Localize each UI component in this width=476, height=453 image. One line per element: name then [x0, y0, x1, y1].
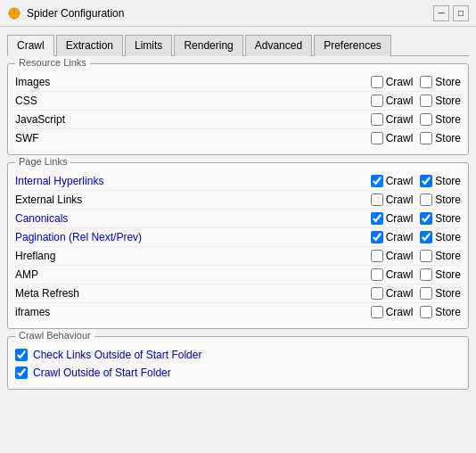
window-title: Spider Configuration	[27, 7, 433, 20]
iframes-crawl-checkbox[interactable]	[371, 306, 383, 318]
tab-crawl[interactable]: Crawl	[7, 35, 54, 56]
store-label: Store	[435, 76, 461, 88]
page-links-content: Internal Hyperlinks Crawl Store External…	[15, 172, 461, 321]
tab-bar: Crawl Extraction Limits Rendering Advanc…	[7, 34, 469, 56]
meta-refresh-crawl-group: Crawl	[371, 287, 414, 300]
pagination-crawl-checkbox[interactable]	[371, 231, 383, 243]
amp-store-checkbox[interactable]	[420, 268, 432, 281]
maximize-button[interactable]: □	[453, 5, 469, 21]
store-label: Store	[435, 287, 461, 300]
store-label: Store	[435, 212, 461, 225]
javascript-crawl-checkbox[interactable]	[371, 113, 383, 126]
table-row: CSS Crawl Store	[15, 92, 461, 111]
swf-store-checkbox[interactable]	[420, 132, 432, 144]
row-label-internal-hyperlinks: Internal Hyperlinks	[15, 175, 364, 187]
row-label-images: Images	[15, 76, 364, 88]
table-row: Hreflang Crawl Store	[15, 247, 461, 266]
store-label: Store	[435, 113, 461, 126]
swf-crawl-checkbox[interactable]	[371, 132, 383, 144]
row-label-hreflang: Hreflang	[15, 250, 364, 262]
tab-preferences[interactable]: Preferences	[314, 35, 391, 56]
table-row: iframes Crawl Store	[15, 303, 461, 321]
iframes-store-checkbox[interactable]	[420, 306, 432, 318]
minimize-button[interactable]: ─	[433, 5, 449, 21]
store-label: Store	[435, 175, 461, 187]
check-links-outside-label[interactable]: Check Links Outside of Start Folder	[33, 349, 201, 361]
store-label: Store	[435, 231, 461, 243]
row-label-external-links: External Links	[15, 194, 364, 206]
tab-extraction[interactable]: Extraction	[56, 35, 123, 56]
css-store-group: Store	[420, 95, 461, 107]
canonicals-crawl-group: Crawl	[371, 212, 414, 225]
tab-advanced[interactable]: Advanced	[245, 35, 312, 56]
store-label: Store	[435, 194, 461, 206]
crawl-label: Crawl	[386, 132, 414, 144]
crawl-label: Crawl	[386, 113, 414, 126]
internal-crawl-group: Crawl	[371, 175, 414, 187]
crawl-outside-checkbox[interactable]	[15, 367, 28, 379]
amp-crawl-checkbox[interactable]	[371, 268, 383, 281]
row-label-css: CSS	[15, 95, 364, 107]
css-crawl-checkbox[interactable]	[371, 95, 383, 107]
row-label-swf: SWF	[15, 132, 364, 144]
internal-hyperlinks-store-checkbox[interactable]	[420, 175, 432, 187]
external-links-store-checkbox[interactable]	[420, 194, 432, 206]
iframes-crawl-group: Crawl	[371, 306, 414, 318]
crawl-label: Crawl	[386, 231, 414, 243]
internal-hyperlinks-crawl-checkbox[interactable]	[371, 175, 383, 187]
canonicals-store-checkbox[interactable]	[420, 212, 432, 225]
crawl-label: Crawl	[386, 250, 414, 262]
iframes-store-group: Store	[420, 306, 461, 318]
resource-links-title: Resource Links	[15, 57, 90, 68]
table-row: Images Crawl Store	[15, 73, 461, 92]
row-label-canonicals: Canonicals	[15, 212, 364, 225]
title-bar: Spider Configuration ─ □	[0, 0, 476, 27]
crawl-label: Crawl	[386, 287, 414, 300]
meta-refresh-store-group: Store	[420, 287, 461, 300]
tab-limits[interactable]: Limits	[125, 35, 172, 56]
external-links-crawl-checkbox[interactable]	[371, 194, 383, 206]
pagination-store-checkbox[interactable]	[420, 231, 432, 243]
row-label-javascript: JavaScript	[15, 113, 364, 126]
hreflang-crawl-group: Crawl	[371, 250, 414, 262]
crawl-behaviour-title: Crawl Behaviour	[15, 330, 94, 341]
images-crawl-checkbox[interactable]	[371, 76, 383, 88]
table-row: Pagination (Rel Next/Prev) Crawl Store	[15, 228, 461, 247]
images-crawl-group: Crawl	[371, 76, 414, 88]
meta-refresh-crawl-checkbox[interactable]	[371, 287, 383, 300]
table-row: Internal Hyperlinks Crawl Store	[15, 172, 461, 191]
pagination-crawl-group: Crawl	[371, 231, 414, 243]
meta-refresh-store-checkbox[interactable]	[420, 287, 432, 300]
hreflang-crawl-checkbox[interactable]	[371, 250, 383, 262]
hreflang-store-group: Store	[420, 250, 461, 262]
javascript-crawl-group: Crawl	[371, 113, 414, 126]
resource-links-section: Resource Links Images Crawl Store CSS	[7, 63, 469, 155]
page-links-section: Page Links Internal Hyperlinks Crawl Sto…	[7, 162, 469, 329]
hreflang-store-checkbox[interactable]	[420, 250, 432, 262]
javascript-store-group: Store	[420, 113, 461, 126]
main-container: Crawl Extraction Limits Rendering Advanc…	[0, 27, 476, 453]
table-row: JavaScript Crawl Store	[15, 111, 461, 129]
crawl-label: Crawl	[386, 306, 414, 318]
canonicals-store-group: Store	[420, 212, 461, 225]
canonicals-crawl-checkbox[interactable]	[371, 212, 383, 225]
images-store-group: Store	[420, 76, 461, 88]
store-label: Store	[435, 306, 461, 318]
table-row: AMP Crawl Store	[15, 266, 461, 284]
store-label: Store	[435, 250, 461, 262]
crawl-label: Crawl	[386, 268, 414, 281]
crawl-behaviour-content: Check Links Outside of Start Folder Craw…	[15, 346, 461, 382]
amp-crawl-group: Crawl	[371, 268, 414, 281]
internal-store-group: Store	[420, 175, 461, 187]
images-store-checkbox[interactable]	[420, 76, 432, 88]
store-label: Store	[435, 132, 461, 144]
check-links-outside-checkbox[interactable]	[15, 349, 28, 361]
javascript-store-checkbox[interactable]	[420, 113, 432, 126]
row-label-amp: AMP	[15, 268, 364, 281]
amp-store-group: Store	[420, 268, 461, 281]
tab-rendering[interactable]: Rendering	[174, 35, 242, 56]
crawl-label: Crawl	[386, 194, 414, 206]
external-crawl-group: Crawl	[371, 194, 414, 206]
css-store-checkbox[interactable]	[420, 95, 432, 107]
crawl-outside-label[interactable]: Crawl Outside of Start Folder	[33, 367, 171, 379]
